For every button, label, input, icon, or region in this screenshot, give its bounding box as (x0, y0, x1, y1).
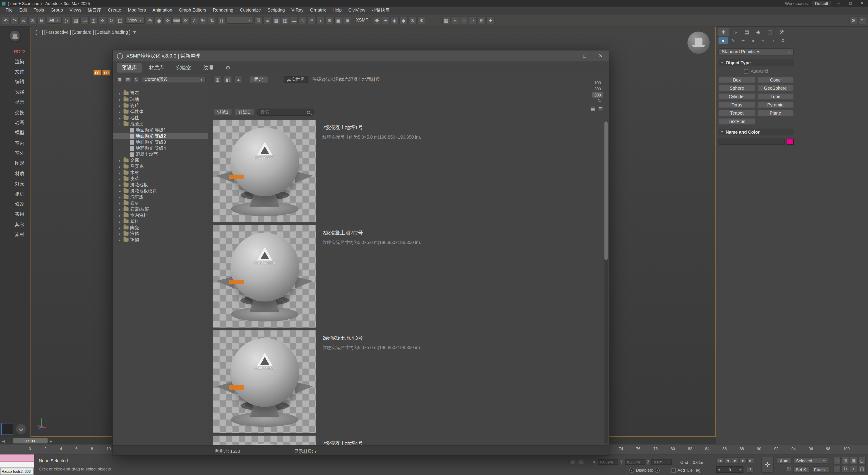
menu-item[interactable]: Help (329, 6, 345, 14)
tree-item[interactable]: ▸ 陶瓷 (113, 225, 208, 231)
redo-icon[interactable]: ↷ (10, 16, 19, 25)
expand-arrow-icon[interactable]: ▸ (118, 226, 122, 229)
select-and-rotate-icon[interactable]: ↻ (107, 16, 116, 25)
primitive-button[interactable]: Torus (718, 101, 755, 108)
sidebar-item[interactable]: 选择 (0, 87, 30, 98)
tree-item[interactable]: ▸ 玻璃 (113, 96, 208, 102)
tree-item[interactable]: ▸ 石膏/灰泥 (113, 206, 208, 212)
primitive-button[interactable]: Cone (757, 77, 794, 83)
real-world-toggle[interactable]: 真实世界 (284, 76, 308, 83)
expand-arrow-icon[interactable]: ▸ (118, 177, 122, 181)
render-setup-icon[interactable]: ⚙ (325, 16, 334, 25)
time-slider-next-icon[interactable]: ▶ (48, 439, 54, 443)
fp-tag[interactable]: FP (94, 70, 101, 75)
coordinate-input[interactable]: 0.0m (652, 459, 672, 465)
sidebar-item[interactable]: 室内 (0, 139, 30, 149)
sidebar-item[interactable]: 变换 (0, 108, 30, 118)
material-thumbnail[interactable]: SIGER STUDIO (213, 436, 316, 445)
primitive-button[interactable]: Tube (757, 93, 794, 100)
name-and-color-rollout[interactable]: ▼ Name and Color (718, 129, 794, 135)
listener-macro-row[interactable] (0, 454, 34, 462)
menu-item[interactable]: CiviView (345, 6, 369, 14)
snaps-toggle-icon[interactable]: 3² (181, 16, 190, 25)
dialog-maximize-button[interactable]: □ (577, 50, 593, 62)
expand-arrow-icon[interactable]: ▸ (118, 92, 122, 95)
percent-snap-icon[interactable]: % (199, 16, 207, 25)
expand-arrow-icon[interactable]: ▸ (118, 165, 122, 168)
folder-view-icon[interactable]: ▤ (125, 76, 131, 83)
key-selection-dropdown[interactable]: Selected ▼ (793, 457, 828, 464)
material-editor-icon[interactable]: ◐ (316, 16, 325, 25)
menu-item[interactable]: Customize (237, 6, 264, 14)
sidebar-item[interactable]: 其它 (0, 220, 30, 230)
material-item[interactable]: SIGER STUDIO 2级混凝土地坪1号 纹理实际尺寸约为5.0×5.0 m… (213, 120, 602, 222)
material-item[interactable]: SIGER STUDIO 2级混凝土地坪2号 纹理实际尺寸约为5.0×5.0 m… (213, 225, 602, 328)
spinner-down-icon[interactable]: ◀ (718, 468, 720, 471)
dialog-tab[interactable]: 材质库 (144, 63, 169, 73)
pan-icon[interactable]: ✛ (833, 465, 841, 473)
create-key-icon[interactable]: ✦ (747, 466, 754, 473)
tree-item[interactable]: ▸ 马赛克 (113, 164, 208, 170)
systems-category-icon[interactable]: ⚙ (778, 37, 788, 44)
viewport-label-text[interactable]: [ + ] [Perspective ] [Standard ] [Defaul… (35, 30, 130, 35)
isolate-selection-icon[interactable]: ⊙ (569, 459, 576, 465)
window-crossing-icon[interactable]: ◫ (89, 16, 98, 25)
viewport-label[interactable]: [ + ] [Perspective ] [Standard ] [Defaul… (35, 30, 136, 35)
expand-arrow-icon[interactable]: ▸ (118, 189, 122, 193)
plugin-icon-9[interactable]: ⌂ (460, 16, 468, 25)
expand-arrow-icon[interactable]: ▸ (118, 110, 122, 114)
tree-item[interactable]: ▸ 地毯 (113, 115, 208, 121)
thumbnail-size-icon[interactable]: ⊞ (213, 76, 222, 84)
mirror-icon[interactable]: ⧉ (254, 16, 263, 25)
sidebar-item[interactable]: 编辑 (0, 77, 30, 87)
menu-item[interactable]: File (2, 6, 16, 14)
menu-item[interactable]: Rendering (209, 6, 237, 14)
dialog-tab[interactable]: 实验室 (171, 63, 196, 73)
size-option[interactable]: 100 (592, 80, 603, 85)
pin-button[interactable]: 固定 (249, 76, 268, 83)
helpers-category-icon[interactable]: ⌖ (758, 37, 768, 44)
schematic-view-icon[interactable]: ⌗ (308, 16, 316, 25)
shapes-category-icon[interactable]: ✎ (728, 37, 738, 44)
filter-icon[interactable] (133, 31, 136, 34)
dialog-tab[interactable]: 纹理 (198, 63, 218, 73)
primitive-button[interactable]: Sphere (718, 85, 755, 91)
expand-arrow-icon[interactable]: ▸ (118, 201, 122, 205)
menu-item[interactable]: Edit (16, 6, 30, 14)
plugin-icon-6[interactable]: ✱ (417, 16, 426, 25)
cameras-category-icon[interactable]: ◙ (748, 37, 758, 44)
render-production-icon[interactable]: ◙ (343, 16, 351, 25)
preview-pane-icon[interactable]: ◧ (224, 76, 232, 84)
geometry-category-icon[interactable]: ● (718, 37, 728, 44)
select-object-icon[interactable]: ▷ (63, 16, 71, 25)
material-item[interactable]: SIGER STUDIO 2级混凝土地坪3号 纹理实际尺寸约为5.0×5.0 m… (213, 330, 602, 433)
primitive-button[interactable]: Box (718, 77, 755, 83)
listener-script-row[interactable] (0, 462, 34, 468)
menu-item[interactable]: Scripting (264, 6, 288, 14)
spinner-snap-icon[interactable]: ⇅ (208, 16, 216, 25)
tree-item[interactable]: 地面抛光 等级3 (113, 139, 208, 145)
create-tab-icon[interactable]: ✚ (718, 28, 729, 36)
material-thumbnail[interactable]: SIGER STUDIO (213, 225, 316, 328)
time-slider-handle[interactable]: 0 / 100 (13, 438, 48, 443)
named-selection-sets-icon[interactable]: {} (217, 16, 226, 25)
tree-sort-icon[interactable]: ⇅ (133, 76, 140, 83)
large-view-icon[interactable]: ▦ (590, 106, 596, 111)
tree-item[interactable]: 地面抛光 等级4 (113, 145, 208, 151)
dialog-minimize-button[interactable]: ─ (561, 50, 577, 62)
expand-arrow-icon[interactable]: ▸ (118, 183, 122, 187)
menu-item[interactable]: Group (47, 6, 66, 14)
tree-item[interactable]: ▸ 塑料 (113, 218, 208, 225)
lights-category-icon[interactable]: ☀ (739, 37, 748, 44)
rectangular-selection-icon[interactable]: ▭ (81, 16, 89, 25)
menu-item[interactable]: V-Ray (288, 6, 307, 14)
plugin-icon-10[interactable]: ◔ (469, 16, 477, 25)
filter-button[interactable]: 过滤1 (213, 109, 232, 116)
coordinate-input[interactable]: 0.238m (625, 459, 645, 465)
orbit-icon[interactable]: ↻ (841, 465, 849, 473)
tree-item[interactable]: ▸ 金属 (113, 157, 208, 164)
go-to-start-button[interactable]: |◀ (716, 457, 723, 464)
primitives-dropdown[interactable]: Standard Primitives ▼ (718, 48, 794, 56)
sidebar-item[interactable]: 修改 (0, 200, 30, 210)
zoom-extents-icon[interactable]: ▣ (850, 457, 857, 464)
